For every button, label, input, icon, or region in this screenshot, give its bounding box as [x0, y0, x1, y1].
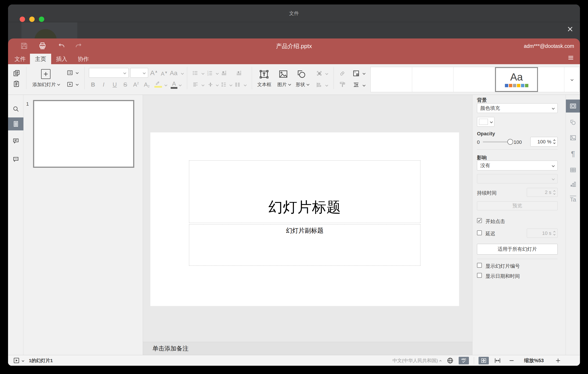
change-case-chevron-icon[interactable]	[181, 72, 184, 75]
duration-spinner[interactable]: 2 s	[527, 188, 558, 197]
slide-layout-icon[interactable]	[67, 70, 73, 76]
increase-font-icon[interactable]: A▲	[150, 69, 158, 77]
slide-size-chevron-icon[interactable]	[363, 84, 366, 87]
theme-cell[interactable]	[538, 67, 564, 92]
maximize-traffic-icon[interactable]	[39, 17, 44, 22]
theme-cell[interactable]	[371, 67, 412, 92]
show-slide-number-checkbox[interactable]	[477, 263, 482, 268]
italic-button[interactable]: I	[103, 81, 104, 88]
bullet-list-icon[interactable]	[192, 70, 198, 76]
vertical-align-icon[interactable]	[208, 82, 213, 88]
select-colors-chevron-icon[interactable]	[363, 72, 366, 75]
slides-panel-icon[interactable]	[8, 117, 23, 130]
theme-cell-selected[interactable]: Aa	[495, 67, 538, 92]
tab-insert[interactable]: 插入	[55, 54, 68, 64]
spellcheck-icon[interactable]: ABC	[459, 357, 469, 364]
effect-select[interactable]: 没有	[477, 161, 558, 170]
apply-to-all-button[interactable]: 适用于所有幻灯片	[477, 244, 558, 254]
start-on-click-checkbox[interactable]	[477, 218, 482, 223]
fit-to-width-icon[interactable]	[494, 357, 501, 364]
select-colors-icon[interactable]	[352, 70, 360, 77]
underline-button[interactable]: U	[113, 81, 117, 88]
line-spacing-chevron-icon[interactable]	[230, 83, 232, 86]
start-slideshow-icon[interactable]	[67, 81, 73, 88]
chart-settings-icon[interactable]	[566, 178, 580, 191]
strikethrough-button[interactable]: S	[123, 81, 127, 88]
vertical-align-chevron-icon[interactable]	[216, 83, 219, 86]
copy-style-icon[interactable]	[339, 81, 346, 88]
opacity-slider-knob[interactable]	[507, 139, 513, 145]
paste-icon[interactable]	[13, 80, 20, 88]
fill-color-select[interactable]	[477, 117, 494, 127]
zoom-level[interactable]: 缩放%53	[524, 357, 544, 364]
minimize-traffic-icon[interactable]	[29, 17, 35, 22]
theme-cell[interactable]	[412, 67, 453, 92]
add-slide-label[interactable]: 添加幻灯片	[30, 81, 62, 88]
textart-settings-icon[interactable]: Ta	[566, 193, 580, 206]
font-color-button[interactable]: A	[171, 81, 177, 89]
subscript-button[interactable]: A2	[144, 81, 150, 88]
eraser-icon[interactable]	[339, 70, 346, 76]
highlight-color-icon[interactable]	[154, 80, 162, 88]
font-color-chevron-icon[interactable]	[179, 83, 182, 86]
numbered-list-chevron-icon[interactable]	[216, 72, 219, 75]
tab-collaboration[interactable]: 协作	[77, 54, 90, 64]
line-spacing-icon[interactable]	[221, 82, 227, 88]
horizontal-align-chevron-icon[interactable]	[201, 83, 204, 86]
language-label[interactable]: 中文(中华人民共和国)	[392, 357, 438, 364]
close-icon[interactable]	[567, 26, 573, 32]
arrange-chevron-icon[interactable]	[325, 72, 328, 75]
theme-gallery-expand-button[interactable]	[564, 67, 579, 92]
close-traffic-icon[interactable]	[20, 17, 25, 22]
notes-area[interactable]: 单击添加备注	[143, 342, 472, 355]
image-settings-icon[interactable]	[566, 131, 580, 144]
table-settings-icon[interactable]	[566, 164, 580, 176]
slide-settings-icon[interactable]	[566, 99, 580, 112]
increase-indent-icon[interactable]	[236, 70, 242, 76]
arrange-icon[interactable]	[316, 70, 323, 77]
bullet-list-chevron-icon[interactable]	[201, 72, 204, 75]
textbox-icon[interactable]	[259, 69, 269, 80]
decrease-indent-icon[interactable]	[221, 70, 227, 76]
slide-layout-chevron-icon[interactable]	[76, 71, 79, 74]
highlight-chevron-icon[interactable]	[164, 83, 167, 86]
font-name-select[interactable]	[89, 68, 129, 78]
editor-canvas[interactable]: 幻灯片标题 幻灯片副标题	[143, 95, 472, 342]
add-slide-button[interactable]	[41, 69, 51, 79]
shape-settings-icon[interactable]	[566, 116, 580, 129]
subtitle-placeholder[interactable]: 幻灯片副标题	[189, 224, 420, 266]
slideshow-mode-chevron-icon[interactable]	[22, 359, 24, 362]
decrease-font-icon[interactable]: A▼	[161, 70, 168, 77]
language-caret-icon[interactable]	[440, 360, 442, 362]
horizontal-align-icon[interactable]	[193, 82, 198, 88]
tab-home[interactable]: 主页	[30, 54, 51, 64]
slide-thumbnail[interactable]	[33, 100, 134, 168]
slide-surface[interactable]: 幻灯片标题 幻灯片副标题	[150, 132, 459, 306]
bold-button[interactable]: B	[91, 81, 95, 88]
opacity-spinner[interactable]: 100 %	[530, 137, 558, 146]
title-placeholder[interactable]: 幻灯片标题	[189, 160, 420, 223]
change-case-icon[interactable]: Aa	[170, 70, 177, 77]
comments-icon[interactable]	[8, 134, 23, 147]
show-date-checkbox[interactable]	[477, 273, 482, 278]
zoom-out-icon[interactable]	[509, 358, 514, 363]
document-language-globe-icon[interactable]	[447, 357, 454, 364]
insert-image-icon[interactable]	[278, 69, 288, 79]
fit-to-slide-icon[interactable]	[479, 357, 489, 364]
columns-icon[interactable]	[235, 82, 240, 88]
opacity-slider-track[interactable]	[483, 141, 511, 143]
start-slideshow-status-icon[interactable]	[13, 357, 20, 363]
theme-cell[interactable]	[453, 67, 495, 92]
numbered-list-icon[interactable]: 123	[207, 70, 213, 76]
delay-checkbox[interactable]	[477, 231, 482, 235]
insert-shape-icon[interactable]	[296, 69, 306, 79]
paragraph-settings-icon[interactable]: ¶	[566, 147, 580, 160]
superscript-button[interactable]: A2	[133, 81, 139, 88]
copy-icon[interactable]	[13, 70, 20, 77]
tab-file[interactable]: 文件	[13, 54, 27, 64]
font-size-select[interactable]	[130, 68, 148, 78]
align-objects-chevron-icon[interactable]	[325, 84, 328, 87]
slide-size-icon[interactable]	[352, 82, 360, 88]
fill-type-select[interactable]: 颜色填充	[477, 103, 558, 113]
search-icon[interactable]	[8, 102, 23, 115]
